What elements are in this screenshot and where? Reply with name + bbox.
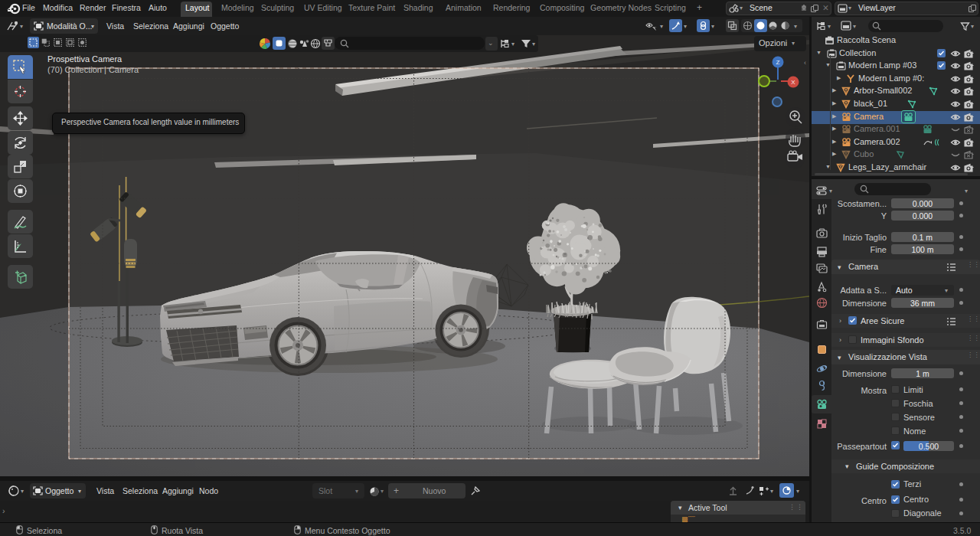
- svg-text:‹: ‹: [804, 59, 806, 67]
- svg-text:X: X: [791, 79, 795, 86]
- svg-text:Z: Z: [776, 59, 780, 66]
